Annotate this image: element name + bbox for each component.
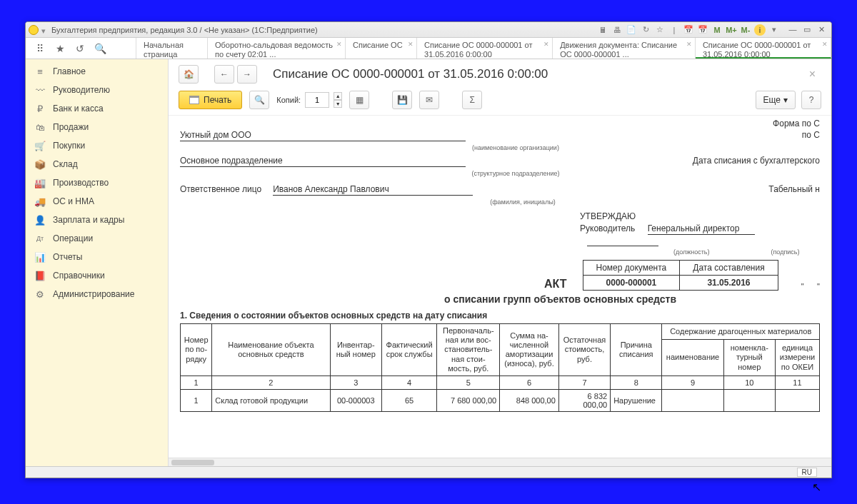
sign-field — [587, 235, 658, 246]
bars-icon: 📊 — [34, 251, 46, 263]
maximize-btn[interactable]: ▭ — [800, 25, 814, 34]
truck-icon: 🚚 — [34, 196, 46, 207]
section1-header: 1. Сведения о состоянии объектов основны… — [180, 311, 820, 321]
apps-icon[interactable]: ⠿ — [34, 43, 46, 54]
icon-star[interactable]: ☆ — [654, 24, 666, 36]
factory-icon: 🏭 — [34, 177, 46, 188]
sidebar-item-os[interactable]: 🚚ОС и НМА — [26, 192, 168, 211]
icon-sep: | — [668, 24, 680, 36]
chevron-down-icon: ▾ — [783, 95, 788, 105]
icon-cal2[interactable]: 📅 — [697, 24, 708, 36]
statusbar: RU — [26, 466, 831, 478]
dropdown-icon[interactable]: ▾ — [41, 26, 49, 34]
search-icon[interactable]: 🔍 — [94, 43, 106, 54]
more-button[interactable]: Еще▾ — [756, 91, 796, 109]
resp-hint: (фамилия, инициалы) — [487, 198, 558, 206]
org-field: Уютный дом ООО — [180, 130, 466, 141]
m-plus-btn[interactable]: M+ — [726, 24, 737, 36]
resp-label: Ответственное лицо — [180, 184, 261, 196]
tab-spisanie-doc1[interactable]: Списание ОС 0000-000001 от 31.05.2016 0:… — [417, 38, 553, 59]
help-button[interactable]: ? — [801, 91, 821, 109]
sidebar: ≡Главное 〰Руководителю ₽Банк и касса 🛍Пр… — [26, 59, 169, 466]
po-o-label: по С — [802, 130, 820, 141]
history-icon[interactable]: ↺ — [74, 43, 86, 54]
grid-button[interactable]: ▦ — [349, 91, 369, 109]
tab-movements[interactable]: Движения документа: Списание ОС 0000-000… — [553, 38, 696, 59]
close-doc-button[interactable]: × — [803, 68, 821, 81]
m-minus-btn[interactable]: M- — [740, 24, 751, 36]
sidebar-item-sales[interactable]: 🛍Продажи — [26, 118, 168, 136]
tabel-label: Табельный н — [768, 184, 820, 196]
sidebar-item-operations[interactable]: ДтОперации — [26, 229, 168, 248]
tab-spisanie-list[interactable]: Списание ОС✕ — [346, 38, 417, 59]
copies-input[interactable] — [305, 92, 329, 108]
sidebar-item-salary[interactable]: 👤Зарплата и кадры — [26, 211, 168, 229]
minimize-btn[interactable]: — — [786, 25, 800, 34]
doc-title: Списание ОС 0000-000001 от 31.05.2016 0:… — [273, 67, 548, 81]
tab-close-icon[interactable]: ✕ — [822, 41, 828, 46]
tabs: Начальная страница Оборотно-сальдовая ве… — [136, 38, 831, 59]
sidebar-item-reports[interactable]: 📊Отчеты — [26, 248, 168, 266]
sidebar-item-main[interactable]: ≡Главное — [26, 62, 168, 81]
menu-icon[interactable]: ▾ — [768, 24, 780, 36]
form-code-label: Форма по С — [180, 119, 820, 128]
sidebar-item-admin[interactable]: ⚙Администрирование — [26, 285, 168, 303]
m-btn[interactable]: M — [711, 24, 723, 36]
dt-icon: Дт — [34, 233, 46, 244]
person-icon: 👤 — [34, 214, 46, 226]
sidebar-item-production[interactable]: 🏭Производство — [26, 173, 168, 192]
tab-close-icon[interactable]: ✕ — [336, 41, 342, 46]
date-disposal-label: Дата списания с бухгалтерского — [693, 156, 820, 167]
content: 🏠 ← → Списание ОС 0000-000001 от 31.05.2… — [169, 59, 831, 466]
print-button[interactable]: Печать — [179, 91, 242, 109]
preview-button[interactable]: 🔍 — [249, 91, 269, 109]
doc-toolbar: Печать 🔍 Копий: ▲ ▼ ▦ 💾 ✉ Σ — [169, 88, 831, 115]
icon-cal1[interactable]: 📅 — [683, 24, 694, 36]
dolzhnost-hint: (должность) — [639, 248, 743, 256]
tab-close-icon[interactable]: ✕ — [408, 41, 414, 46]
icon-doc[interactable]: 📄 — [626, 24, 637, 36]
table-nums-row: 1 2 3 4 5 6 7 8 9 10 11 — [181, 376, 820, 389]
system-icons: 🖩 🖶 📄 ↻ ☆ | 📅 📅 M M+ M- i ▾ — [597, 24, 780, 36]
app-window: ▾ Бухгалтерия предприятия, редакция 3.0 … — [25, 21, 832, 478]
sidebar-item-purchases[interactable]: 🛒Покупки — [26, 136, 168, 155]
sidebar-item-manager[interactable]: 〰Руководителю — [26, 81, 168, 99]
sum-button[interactable]: Σ — [462, 91, 482, 109]
tab-osv[interactable]: Оборотно-сальдовая ведомость по счету 02… — [208, 38, 346, 59]
tab-close-icon[interactable]: ✕ — [543, 41, 549, 46]
tab-start[interactable]: Начальная страница — [136, 38, 208, 59]
printer-icon — [189, 96, 199, 104]
home-button[interactable]: 🏠 — [179, 65, 199, 84]
close-btn[interactable]: ✕ — [814, 25, 828, 34]
horizontal-scrollbar[interactable] — [169, 458, 831, 466]
sidebar-item-bank[interactable]: ₽Банк и касса — [26, 99, 168, 118]
icon-calc[interactable]: 🖩 — [597, 24, 608, 36]
akt-table: Номер документаДата составления 0000-000… — [583, 260, 778, 291]
icon-tools: ⠿ ★ ↺ 🔍 — [26, 38, 136, 59]
copies-down[interactable]: ▼ — [334, 100, 342, 108]
director-field: Генеральный директор — [648, 223, 755, 235]
icon-refresh[interactable]: ↻ — [640, 24, 651, 36]
star-icon[interactable]: ★ — [54, 43, 66, 54]
window-controls: — ▭ ✕ — [786, 25, 828, 34]
mail-button[interactable]: ✉ — [419, 91, 439, 109]
forward-button[interactable]: → — [237, 65, 257, 84]
save-button[interactable]: 💾 — [392, 91, 412, 109]
cart-icon: 🛒 — [34, 140, 46, 151]
sidebar-item-stock[interactable]: 📦Склад — [26, 155, 168, 173]
doc-body[interactable]: Форма по С Уютный дом ООО по С (наименов… — [169, 115, 831, 458]
back-button[interactable]: ← — [214, 65, 234, 84]
tab-close-icon[interactable]: ✕ — [686, 41, 692, 46]
doc-header: 🏠 ← → Списание ОС 0000-000001 от 31.05.2… — [169, 59, 831, 88]
info-icon[interactable]: i — [754, 24, 766, 36]
tab-spisanie-doc2[interactable]: Списание ОС 0000-000001 от 31.05.2016 0:… — [696, 38, 831, 59]
copies-up[interactable]: ▲ — [334, 92, 342, 100]
sidebar-item-catalogs[interactable]: 📕Справочники — [26, 266, 168, 285]
lang-indicator[interactable]: RU — [797, 468, 817, 477]
icon-print[interactable]: 🖶 — [611, 24, 623, 36]
titlebar: ▾ Бухгалтерия предприятия, редакция 3.0 … — [26, 22, 831, 38]
akt-subtitle: о списании групп объектов основных средс… — [444, 293, 820, 305]
main: ≡Главное 〰Руководителю ₽Банк и касса 🛍Пр… — [26, 59, 831, 466]
book-icon: 📕 — [34, 270, 46, 281]
icon-1c — [29, 25, 39, 35]
